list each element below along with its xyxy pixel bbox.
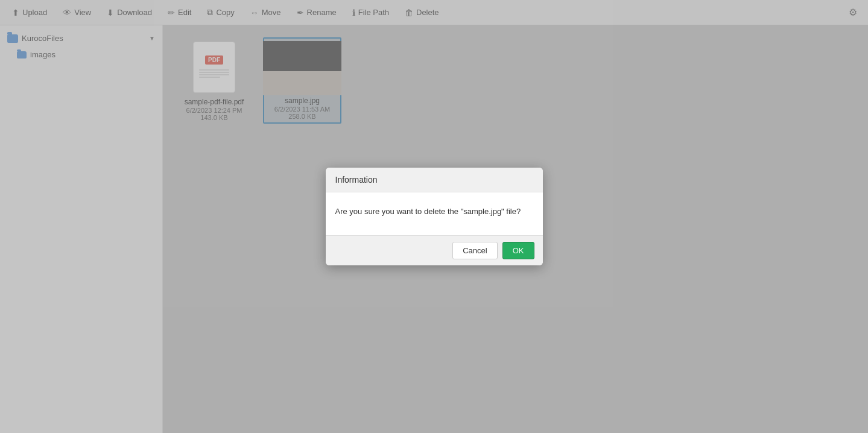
modal-body: Are you sure you want to delete the "sam… — [326, 192, 543, 235]
modal-overlay: Information Are you sure you want to del… — [0, 0, 868, 433]
ok-label: OK — [513, 246, 524, 255]
ok-button[interactable]: OK — [502, 242, 534, 259]
modal-dialog: Information Are you sure you want to del… — [326, 168, 543, 265]
cancel-label: Cancel — [463, 246, 487, 255]
modal-footer: Cancel OK — [326, 235, 543, 265]
cancel-button[interactable]: Cancel — [452, 242, 497, 259]
modal-header: Information — [326, 168, 543, 192]
modal-message: Are you sure you want to delete the "sam… — [335, 207, 521, 216]
modal-title: Information — [335, 175, 378, 185]
